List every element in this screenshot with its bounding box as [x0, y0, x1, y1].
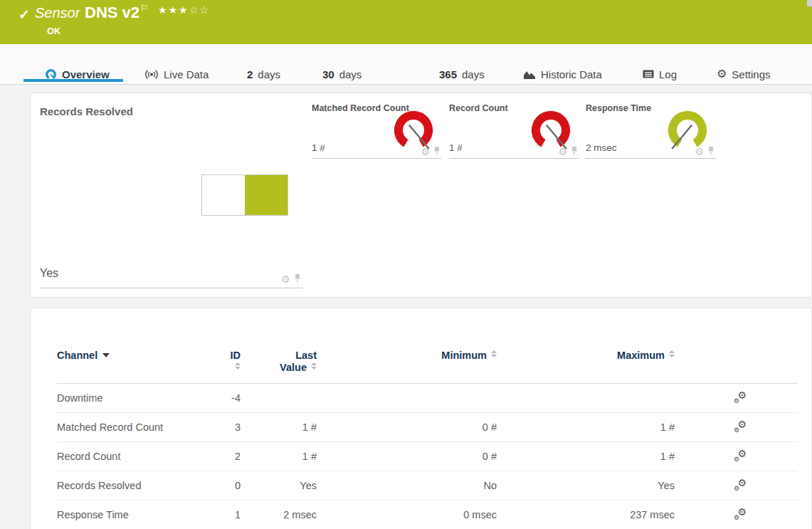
cell-last-value: 1 #	[241, 413, 317, 442]
stars-filled[interactable]: ★★★	[158, 4, 189, 16]
gauge-actions: ⚙	[695, 147, 715, 156]
channel-gear-icon[interactable]: ⚙	[558, 147, 567, 156]
gauge-cell-response-time: Response Time 2 msec ⚙	[586, 103, 716, 159]
cell-channel: Record Count	[57, 442, 221, 471]
gauge-chart	[525, 107, 576, 152]
sort-descending-icon	[102, 353, 110, 357]
cell-maximum: 1 #	[497, 442, 675, 471]
featured-channel-title: Records Resolved	[40, 105, 133, 117]
cell-id: 0	[221, 471, 241, 501]
cell-id: 1	[221, 501, 241, 529]
cell-maximum	[497, 384, 675, 413]
cell-last-value	[241, 384, 317, 413]
table-row-response-time: Response Time 1 2 msec 0 msec 237 msec ⚙…	[57, 501, 798, 529]
priority-stars[interactable]: ★★★☆☆	[158, 4, 210, 16]
column-header-label: Maximum	[617, 350, 665, 361]
pin-icon[interactable]	[294, 274, 301, 283]
table-row-record-count: Record Count 2 1 # 0 # 1 # ⚙⚙	[57, 442, 798, 471]
stars-empty[interactable]: ☆☆	[189, 4, 210, 16]
featured-channel-actions: ⚙	[281, 274, 301, 283]
cell-minimum	[317, 384, 497, 413]
tab-log-label: Log	[659, 68, 677, 80]
prtg-sensor-page: ✓ Sensor DNS v2 ⚐ ★★★☆☆ OK Overview Live	[0, 0, 812, 529]
tab-settings-label: Settings	[732, 68, 770, 80]
edit-channel-gears-icon[interactable]: ⚙⚙	[734, 508, 747, 520]
sort-icon	[235, 362, 241, 370]
channel-gear-icon[interactable]: ⚙	[281, 275, 290, 283]
tab-settings[interactable]: ⚙ Settings	[712, 44, 771, 84]
edit-channel-gears-icon[interactable]: ⚙⚙	[734, 392, 747, 403]
tab-2-days-unit: days	[258, 68, 280, 80]
gauge-title: Record Count	[449, 103, 508, 113]
gauge-actions: ⚙	[558, 147, 578, 156]
tab-2-days[interactable]: 2 days	[242, 44, 280, 84]
column-header-label: Minimum	[441, 350, 487, 361]
tab-365-days[interactable]: 365 days	[434, 44, 485, 84]
channel-gear-icon[interactable]: ⚙	[695, 147, 704, 156]
cell-last-value: 1 #	[241, 442, 317, 471]
column-header-label: Value	[280, 362, 307, 373]
tab-live-data[interactable]: Live Data	[139, 44, 209, 84]
cell-maximum: 1 #	[497, 413, 675, 442]
table-header-row: Channel ID LastValue Minimum Maximum	[57, 308, 798, 384]
column-header-minimum[interactable]: Minimum	[317, 308, 497, 384]
column-header-label: Channel	[57, 350, 97, 361]
column-header-channel[interactable]: Channel	[57, 308, 221, 384]
tab-historic-data[interactable]: Historic Data	[518, 44, 602, 84]
sort-icon	[311, 362, 317, 370]
column-header-id[interactable]: ID	[221, 308, 241, 384]
edit-channel-gears-icon[interactable]: ⚙⚙	[734, 421, 747, 432]
column-header-edit	[675, 308, 798, 384]
cell-id: 2	[221, 442, 241, 471]
column-header-maximum[interactable]: Maximum	[497, 308, 675, 384]
gauge-actions: ⚙	[421, 147, 441, 156]
edit-channel-gears-icon[interactable]: ⚙⚙	[734, 450, 747, 461]
tab-365-days-number: 365	[439, 68, 457, 80]
cell-id: 3	[221, 413, 241, 442]
table-row-downtime: Downtime -4 ⚙⚙	[57, 384, 798, 413]
channel-gear-icon[interactable]: ⚙	[421, 147, 430, 156]
column-header-label: Last	[295, 350, 317, 361]
sort-icon	[669, 350, 675, 357]
window-corner-notch	[807, 0, 812, 6]
tab-30-days-unit: days	[339, 68, 362, 80]
gauge-title: Response Time	[586, 103, 651, 113]
cell-channel: Matched Record Count	[57, 413, 221, 442]
tab-overview[interactable]: Overview	[23, 44, 123, 84]
gauge-value: 1 #	[449, 142, 463, 153]
pin-icon[interactable]	[571, 147, 578, 156]
edit-channel-gears-icon[interactable]: ⚙⚙	[734, 479, 747, 491]
table-row-records-resolved: Records Resolved 0 Yes No Yes ⚙⚙	[57, 471, 798, 501]
tab-30-days-number: 30	[322, 68, 334, 80]
area-chart-icon	[523, 69, 536, 80]
cell-minimum: 0 msec	[317, 501, 497, 529]
sensor-status-badge: OK	[47, 26, 61, 36]
gauge-value: 1 #	[312, 142, 325, 153]
gauge-cell-matched-record-count: Matched Record Count 1 # ⚙	[312, 103, 442, 159]
boolean-channel-block	[201, 174, 288, 216]
sensor-type-label: Sensor	[35, 5, 80, 21]
column-header-label: ID	[231, 350, 241, 361]
log-list-icon	[643, 69, 654, 79]
gauge-value: 2 msec	[586, 142, 617, 153]
tab-30-days[interactable]: 30 days	[317, 44, 362, 84]
pin-icon[interactable]	[433, 147, 441, 156]
cell-minimum: No	[317, 471, 497, 501]
pin-icon[interactable]	[707, 147, 715, 156]
flag-icon[interactable]: ⚐	[140, 3, 149, 14]
tab-bar: Overview Live Data 2 days 30 days 365 da…	[0, 44, 812, 85]
cell-minimum: 0 #	[317, 442, 497, 471]
column-header-last-value[interactable]: LastValue	[241, 308, 317, 384]
tab-log[interactable]: Log	[638, 44, 677, 84]
tab-2-days-number: 2	[247, 68, 253, 80]
featured-channel-value: Yes	[40, 267, 58, 280]
status-ok-check-icon: ✓	[19, 6, 30, 23]
cell-maximum: 237 msec	[497, 501, 675, 529]
tab-historic-data-label: Historic Data	[541, 68, 602, 80]
cell-channel: Downtime	[57, 384, 221, 413]
channel-table: Channel ID LastValue Minimum Maximum Dow…	[57, 308, 798, 529]
table-row-matched-record-count: Matched Record Count 3 1 # 0 # 1 # ⚙⚙	[57, 413, 798, 442]
cell-last-value: Yes	[241, 471, 317, 501]
cell-minimum: 0 #	[317, 413, 497, 442]
boolean-channel-block-fill	[245, 175, 288, 215]
